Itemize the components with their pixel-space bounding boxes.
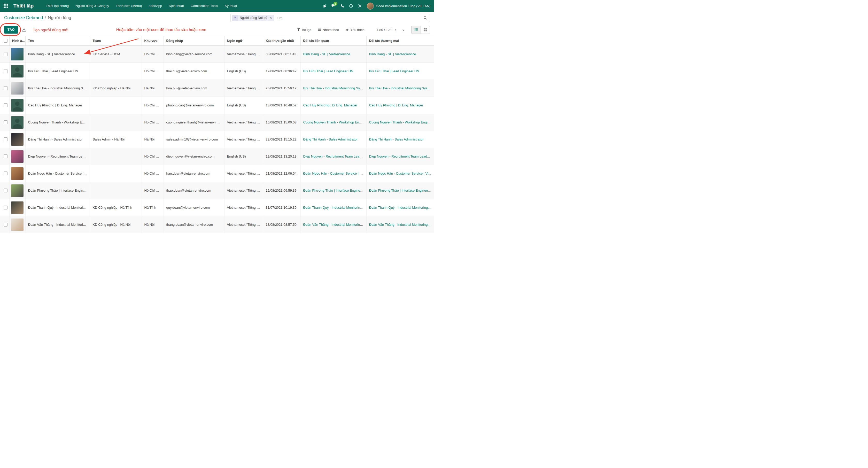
pager-next-icon[interactable]: › bbox=[399, 27, 407, 32]
kanban-view-button[interactable] bbox=[421, 26, 430, 34]
menu-odooapp[interactable]: odooApp bbox=[145, 0, 165, 12]
favorites-button[interactable]: ★ Yêu thích bbox=[346, 28, 365, 32]
related-partner-link[interactable]: Đoàn Văn Thắng - Industrial Monitoring S… bbox=[303, 223, 367, 226]
user-login: binh.dang@vietan-service.com bbox=[163, 46, 224, 63]
related-partner-link[interactable]: Đoàn Ngọc Hân - Customer Service | Viet.… bbox=[303, 171, 367, 175]
column-header-related-partner[interactable]: Đối tác liên quan bbox=[301, 36, 366, 46]
user-avatar bbox=[11, 133, 24, 146]
row-checkbox[interactable] bbox=[4, 120, 7, 124]
user-avatar bbox=[11, 150, 24, 163]
row-checkbox[interactable] bbox=[4, 69, 7, 73]
user-menu[interactable]: Odoo Implemenation Tung (VIETAN) bbox=[367, 3, 430, 9]
menu-menus[interactable]: Trình đơn (Menu) bbox=[113, 0, 145, 12]
table-row[interactable]: Đoàn Phương Thảo | Interface Engineer (.… bbox=[0, 182, 434, 199]
app-title[interactable]: Thiết lập bbox=[13, 3, 34, 9]
commercial-partner-link[interactable]: Binh Dang - SE | VietAnService bbox=[369, 52, 416, 56]
breadcrumb-parent-link[interactable]: Customize Debrand bbox=[4, 15, 43, 21]
row-checkbox[interactable] bbox=[4, 103, 7, 107]
filters-button[interactable]: Bộ lọc bbox=[297, 28, 311, 32]
row-checkbox[interactable] bbox=[4, 171, 7, 175]
user-login: thang.doan@vietan-enviro.com bbox=[163, 216, 224, 233]
column-header-image[interactable]: Hình ả... bbox=[9, 36, 25, 46]
apps-grid-icon[interactable] bbox=[0, 0, 12, 12]
user-name: Cao Huy Phương | D' Eng. Manager bbox=[25, 97, 90, 114]
column-header-name[interactable]: Tên bbox=[25, 36, 90, 46]
commercial-partner-link[interactable]: Bùi Hữu Thái | Lead Engineer HN bbox=[369, 69, 419, 73]
row-checkbox[interactable] bbox=[4, 52, 7, 56]
commercial-partner-link[interactable]: Đặng Thị Hạnh - Sales Administrator bbox=[369, 137, 424, 141]
table-row[interactable]: Đoàn Thanh Quý - Industrial Monitoring S… bbox=[0, 199, 434, 216]
table-row[interactable]: Bùi Thế Hòa - Industrial Monitoring Syst… bbox=[0, 80, 434, 97]
table-row[interactable]: Binh Dang - SE | VietAnService KD Servic… bbox=[0, 46, 434, 63]
table-row[interactable]: Đoàn Văn Thắng - Industrial Monitoring S… bbox=[0, 216, 434, 233]
row-checkbox[interactable] bbox=[4, 137, 7, 141]
export-download-icon[interactable] bbox=[22, 28, 26, 32]
column-header-region[interactable]: Khu vực bbox=[142, 36, 163, 46]
table-row[interactable]: Đặng Thị Hạnh - Sales Administrator Sale… bbox=[0, 131, 434, 148]
user-team bbox=[90, 148, 142, 165]
commercial-partner-link[interactable]: Đoàn Ngọc Hân - Customer Service | Vi... bbox=[369, 171, 431, 175]
filter-facet-icon bbox=[232, 15, 238, 21]
control-panel: TẠO Tạo người dùng mới Hoặc bấm vào một … bbox=[0, 24, 434, 36]
row-checkbox[interactable] bbox=[4, 154, 7, 158]
pager-value[interactable]: 1-80 / 123 bbox=[376, 28, 392, 32]
table-row[interactable]: Bùi Hữu Thái | Lead Engineer HN Hồ Chí M… bbox=[0, 63, 434, 80]
user-language: Vietnamese / Tiếng Việt bbox=[224, 199, 263, 216]
row-checkbox[interactable] bbox=[4, 86, 7, 90]
select-all-checkbox[interactable] bbox=[4, 39, 7, 42]
bug-icon[interactable] bbox=[320, 0, 329, 12]
messages-icon[interactable]: 2 bbox=[329, 0, 338, 12]
commercial-partner-link[interactable]: Đoàn Phương Thảo | Interface Enginee... bbox=[369, 189, 431, 192]
related-partner-link[interactable]: Cao Huy Phương | D' Eng. Manager bbox=[303, 103, 358, 107]
related-partner-link[interactable]: Binh Dang - SE | VietAnService bbox=[303, 52, 350, 56]
menu-gamification[interactable]: Gamification Tools bbox=[187, 0, 221, 12]
phone-icon[interactable] bbox=[338, 0, 347, 12]
create-button[interactable]: TẠO bbox=[4, 26, 18, 34]
row-checkbox[interactable] bbox=[4, 189, 7, 192]
table-row[interactable]: Cuong Nguyen Thanh - Workshop Engine... … bbox=[0, 114, 434, 131]
tools-icon[interactable] bbox=[355, 0, 364, 12]
user-table-body: Binh Dang - SE | VietAnService KD Servic… bbox=[0, 46, 434, 233]
pager-previous-icon[interactable]: ‹ bbox=[392, 27, 399, 32]
activity-clock-icon[interactable] bbox=[347, 0, 355, 12]
related-partner-link[interactable]: Đoàn Thanh Quý - Industrial Monitoring S… bbox=[303, 206, 367, 210]
column-header-team[interactable]: Team bbox=[90, 36, 142, 46]
search-input[interactable] bbox=[276, 16, 424, 20]
related-partner-link[interactable]: Bùi Hữu Thái | Lead Engineer HN bbox=[303, 69, 353, 73]
groupby-button[interactable]: Nhóm theo bbox=[318, 28, 339, 32]
column-header-login[interactable]: Đăng nhập bbox=[163, 36, 224, 46]
list-view-button[interactable] bbox=[411, 26, 421, 34]
column-header-language[interactable]: Ngôn ngữ bbox=[224, 36, 263, 46]
commercial-partner-link[interactable]: Bùi Thế Hòa - Industrial Monitoring Sys.… bbox=[369, 86, 430, 90]
commercial-partner-link[interactable]: Đoàn Thanh Quý - Industrial Monitoring..… bbox=[369, 206, 431, 210]
table-row[interactable]: Đoàn Ngọc Hân - Customer Service | Viet.… bbox=[0, 165, 434, 182]
related-partner-link[interactable]: Đặng Thị Hạnh - Sales Administrator bbox=[303, 137, 358, 141]
related-partner-link[interactable]: Đoàn Phương Thảo | Interface Engineer (.… bbox=[303, 189, 367, 192]
table-row[interactable]: Diep Nguyen - Recruitment Team Leader|..… bbox=[0, 148, 434, 165]
row-checkbox[interactable] bbox=[4, 206, 7, 210]
column-header-commercial-partner[interactable]: Đối tác thương mại bbox=[366, 36, 434, 46]
facet-remove-icon[interactable]: ✕ bbox=[269, 16, 274, 20]
user-login: thao.doan@vietan-enviro.com bbox=[163, 182, 224, 199]
commercial-partner-link[interactable]: Cao Huy Phương | D' Eng. Manager bbox=[369, 103, 424, 107]
row-checkbox[interactable] bbox=[4, 223, 7, 226]
menu-technical[interactable]: Kỹ thuật bbox=[221, 0, 241, 12]
user-login: phuong.cao@vietan-enviro.com bbox=[163, 97, 224, 114]
column-header-last-auth[interactable]: Xác thực gần nhất bbox=[263, 36, 301, 46]
commercial-partner-link[interactable]: Diep Nguyen - Recruitment Team Lead... bbox=[369, 154, 430, 158]
menu-general-settings[interactable]: Thiết lập chung bbox=[42, 0, 72, 12]
user-language: Vietnamese / Tiếng Việt bbox=[224, 46, 263, 63]
user-last-auth: 31/07/2021 10:19:39 bbox=[263, 199, 301, 216]
commercial-partner-link[interactable]: Cuong Nguyen Thanh - Workshop Engi... bbox=[369, 120, 430, 124]
commercial-partner-link[interactable]: Đoàn Văn Thắng - Industrial Monitoring..… bbox=[369, 223, 431, 226]
user-avatar bbox=[11, 82, 24, 95]
systray: 2 Odoo Implemenation Tung (VIETAN) bbox=[320, 0, 434, 12]
related-partner-link[interactable]: Diep Nguyen - Recruitment Team Leader|..… bbox=[303, 154, 367, 158]
breadcrumb-separator: / bbox=[45, 15, 46, 21]
menu-translation[interactable]: Dịch thuật bbox=[165, 0, 187, 12]
user-team: KD Service - HCM bbox=[90, 46, 142, 63]
menu-users-companies[interactable]: Người dùng & Công ty bbox=[72, 0, 113, 12]
table-row[interactable]: Cao Huy Phương | D' Eng. Manager Hồ Chí … bbox=[0, 97, 434, 114]
related-partner-link[interactable]: Cuong Nguyen Thanh - Workshop Engine... bbox=[303, 120, 367, 124]
related-partner-link[interactable]: Bùi Thế Hòa - Industrial Monitoring Syst… bbox=[303, 86, 367, 90]
